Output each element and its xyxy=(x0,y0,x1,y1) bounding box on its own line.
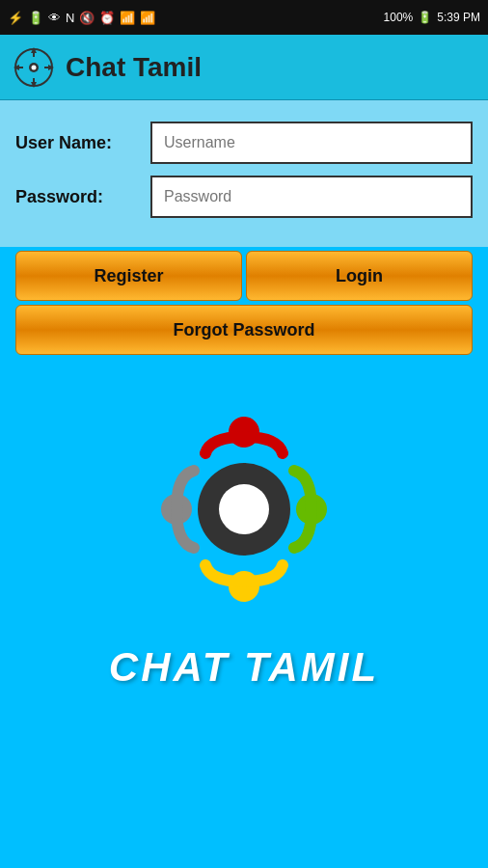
login-button[interactable]: Login xyxy=(246,251,473,301)
app-logo-icon xyxy=(14,47,54,88)
password-row: Password: xyxy=(15,176,473,218)
app-title: Chat Tamil xyxy=(66,52,202,83)
status-bar: ⚡ 🔋 👁 N 🔇 ⏰ 📶 📶 100% 🔋 5:39 PM xyxy=(0,0,488,35)
forgot-password-button[interactable]: Forgot Password xyxy=(15,305,473,355)
register-button[interactable]: Register xyxy=(15,251,242,301)
username-row: User Name: xyxy=(15,122,473,164)
app-header: Chat Tamil xyxy=(0,35,488,100)
signal-icon: 📶 xyxy=(140,11,155,25)
battery-small-icon: 🔋 xyxy=(28,11,43,25)
primary-buttons-row: Register Login xyxy=(15,251,473,301)
status-left-icons: ⚡ 🔋 👁 N 🔇 ⏰ 📶 📶 xyxy=(8,11,155,25)
svg-point-16 xyxy=(219,484,269,534)
password-label: Password: xyxy=(15,187,150,207)
form-container: User Name: Password: xyxy=(0,100,488,247)
battery-icon: 🔋 xyxy=(418,11,432,24)
nfc-icon: N xyxy=(66,11,74,25)
usb-icon: ⚡ xyxy=(8,11,23,25)
svg-point-10 xyxy=(32,65,37,69)
mute-icon: 🔇 xyxy=(79,11,95,25)
alarm-icon: ⏰ xyxy=(99,11,115,25)
logo-area: CHAT TAMIL xyxy=(0,355,488,710)
eye-icon: 👁 xyxy=(48,11,61,25)
chat-tamil-logo-svg xyxy=(119,384,369,635)
time-display: 5:39 PM xyxy=(437,11,480,24)
username-label: User Name: xyxy=(15,133,150,153)
username-input[interactable] xyxy=(150,122,473,164)
status-right-info: 100% 🔋 5:39 PM xyxy=(384,11,480,24)
battery-percent: 100% xyxy=(384,11,414,24)
password-input[interactable] xyxy=(150,176,473,218)
wifi-icon: 📶 xyxy=(120,11,135,25)
chat-tamil-logo-text: CHAT TAMIL xyxy=(109,644,379,691)
